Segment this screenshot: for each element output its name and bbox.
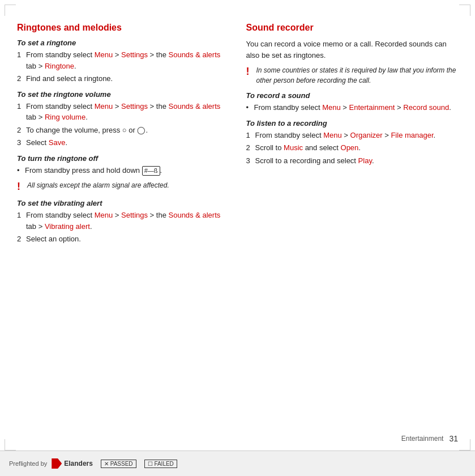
list-item: 1 From standby select Menu > Organizer >…	[246, 130, 459, 141]
list-item: 2 Scroll to Music and select Open.	[246, 142, 459, 154]
list-num: 2	[17, 125, 26, 136]
subsection-vibrating-alert-title: To set the vibrating alert	[17, 199, 229, 207]
list-text: From standby select Menu > Organizer > F…	[255, 130, 459, 141]
failed-badge: ☐ FAILED	[144, 460, 177, 468]
list-item: 1 From standby select Menu > Settings > …	[17, 49, 229, 71]
hash-symbol: #—ß	[142, 166, 160, 176]
ringtone-volume-list: 1 From standby select Menu > Settings > …	[17, 101, 229, 148]
link-organizer: Organizer	[350, 131, 383, 139]
link-save: Save	[49, 138, 66, 147]
list-text: From standby select Menu > Settings > th…	[26, 49, 229, 71]
subsection-record-sound-title: To record a sound	[246, 91, 459, 100]
link-sounds-alerts: Sounds & alerts	[169, 50, 221, 59]
link-sounds-alerts: Sounds & alerts	[169, 211, 221, 219]
link-music: Music	[284, 143, 303, 152]
subsection-ringtone-volume-title: To set the ringtone volume	[17, 90, 229, 99]
set-ringtone-list: 1 From standby select Menu > Settings > …	[17, 49, 229, 84]
list-text: Scroll to a recording and select Play.	[255, 155, 459, 167]
content-area: Ringtones and melodies To set a ringtone…	[17, 17, 458, 445]
corner-mark-tr	[459, 5, 470, 16]
list-text: From standby select Menu > Entertainment…	[254, 102, 459, 113]
list-text: From standby select Menu > Settings > th…	[26, 101, 229, 123]
list-item: 3 Select Save.	[17, 137, 229, 148]
list-item: 2 Select an option.	[17, 233, 229, 245]
link-menu: Menu	[323, 131, 342, 139]
listen-recording-list: 1 From standby select Menu > Organizer >…	[246, 130, 459, 167]
note-text: All signals except the alarm signal are …	[27, 180, 169, 190]
preflight-label: Preflighted by	[9, 460, 47, 467]
footer-badge-passed: PASSED	[101, 460, 136, 468]
record-sound-list: • From standby select Menu > Entertainme…	[246, 102, 459, 113]
link-sounds-alerts: Sounds & alerts	[169, 102, 221, 110]
link-play: Play	[358, 156, 372, 165]
link-open: Open	[341, 143, 359, 152]
list-num: 1	[17, 210, 26, 232]
link-menu: Menu	[95, 211, 113, 219]
subsection-ringtone-off-title: To turn the ringtone off	[17, 154, 229, 163]
list-text: Select an option.	[26, 233, 229, 245]
list-num: 3	[246, 155, 255, 167]
link-entertainment: Entertainment	[349, 103, 395, 112]
corner-mark-tl	[5, 5, 16, 16]
subsection-listen-recording-title: To listen to a recording	[246, 119, 459, 128]
page-label: Entertainment	[401, 435, 444, 443]
list-text: To change the volume, press ○ or ◯.	[26, 125, 229, 136]
note-icon: !	[17, 180, 25, 193]
right-column: Sound recorder You can record a voice me…	[246, 17, 459, 445]
list-num: 1	[17, 101, 26, 123]
link-vibrating-alert: Vibrating alert	[45, 222, 90, 231]
link-file-manager: File manager	[391, 131, 433, 139]
passed-badge: PASSED	[101, 460, 136, 468]
list-text: From standby select Menu > Settings > th…	[26, 210, 229, 232]
list-text: Select Save.	[26, 137, 229, 148]
list-item: 1 From standby select Menu > Settings > …	[17, 210, 229, 232]
vibrating-alert-list: 1 From standby select Menu > Settings > …	[17, 210, 229, 245]
link-ring-volume: Ring volume	[45, 113, 85, 121]
note-block-recorder: ! In some countries or states it is requ…	[246, 65, 459, 86]
list-item: 1 From standby select Menu > Settings > …	[17, 101, 229, 123]
bullet-icon: •	[17, 165, 25, 176]
note-block-ringtone: ! All signals except the alarm signal ar…	[17, 180, 229, 193]
right-section-intro: You can record a voice memo or a call. R…	[246, 39, 459, 61]
left-column: Ringtones and melodies To set a ringtone…	[17, 17, 229, 445]
link-menu: Menu	[95, 50, 113, 59]
link-settings: Settings	[121, 102, 148, 110]
page-number: 31	[449, 434, 458, 443]
list-num: 2	[246, 142, 255, 154]
corner-mark-bl	[5, 439, 16, 450]
list-item: • From standby press and hold down #—ß.	[17, 165, 229, 176]
list-num: 2	[17, 73, 26, 84]
list-num: 2	[17, 233, 26, 245]
subsection-set-ringtone-title: To set a ringtone	[17, 39, 229, 47]
link-ringtone: Ringtone	[45, 62, 74, 70]
list-item: 3 Scroll to a recording and select Play.	[246, 155, 459, 167]
list-text: Find and select a ringtone.	[26, 73, 229, 84]
elanders-icon	[52, 458, 62, 469]
list-num: 1	[17, 49, 26, 71]
link-menu: Menu	[322, 103, 341, 112]
footer-logo: Elanders	[52, 458, 93, 469]
footer-brand: Elanders	[64, 460, 93, 468]
list-item: 2 To change the volume, press ○ or ◯.	[17, 125, 229, 136]
link-settings: Settings	[121, 211, 148, 219]
link-record-sound: Record sound	[403, 103, 449, 112]
link-settings: Settings	[121, 50, 148, 59]
list-num: 3	[17, 137, 26, 148]
page-container: Ringtones and melodies To set a ringtone…	[0, 0, 475, 476]
note-text: In some countries or states it is requir…	[256, 65, 459, 86]
list-text: Scroll to Music and select Open.	[255, 142, 459, 154]
list-text: From standby press and hold down #—ß.	[25, 165, 229, 176]
list-item: 2 Find and select a ringtone.	[17, 73, 229, 84]
note-icon: !	[246, 65, 254, 78]
corner-mark-br	[459, 439, 470, 450]
list-num: 1	[246, 130, 255, 141]
right-section-title: Sound recorder	[246, 23, 459, 33]
link-menu: Menu	[95, 102, 113, 110]
ringtone-off-list: • From standby press and hold down #—ß.	[17, 165, 229, 176]
bullet-icon: •	[246, 102, 254, 113]
list-item: • From standby select Menu > Entertainme…	[246, 102, 459, 113]
footer-badge-failed: ☐ FAILED	[144, 460, 177, 468]
page-number-area: Entertainment 31	[401, 434, 458, 443]
left-section-title: Ringtones and melodies	[17, 23, 229, 33]
footer: Preflighted by Elanders PASSED ☐ FAILED	[0, 450, 475, 476]
